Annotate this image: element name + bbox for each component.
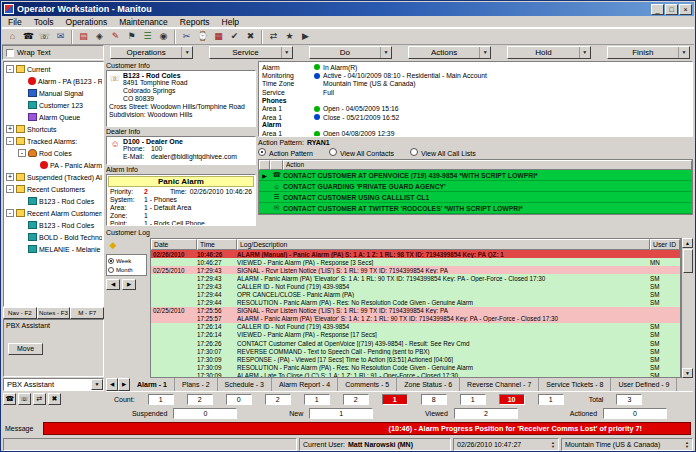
tree-item-tracked-alarms[interactable]: -Tracked Alarms:	[5, 135, 102, 147]
radio-icon[interactable]	[108, 267, 114, 273]
tab-user-defined-9[interactable]: User Defined - 9	[611, 378, 677, 391]
chevron-down-icon[interactable]: ▼	[181, 47, 192, 58]
menu-maintenance[interactable]: Maintenance	[113, 17, 174, 27]
log-row[interactable]: 17:30:09RESPONSE - (PA) - Viewed [17 Sec…	[151, 355, 680, 363]
list-icon[interactable]: ☰	[140, 29, 155, 44]
log-row[interactable]: 17:29:43ALARM - Panic Alarm (PA) 'Elevat…	[151, 274, 680, 282]
hold-button[interactable]: Hold ▼	[507, 46, 590, 59]
tree-expander[interactable]: -	[6, 65, 14, 73]
close-button[interactable]: ×	[679, 4, 692, 15]
week-radio[interactable]: Week	[108, 256, 145, 265]
log-scrollbar[interactable]: ▲ ▼	[681, 238, 693, 378]
log-next-button[interactable]: ▶	[122, 279, 136, 290]
log-row[interactable]: 17:26:26CONTACT Customer Called at OpenV…	[151, 339, 680, 347]
star-icon[interactable]: ★	[282, 29, 297, 44]
description-column-header[interactable]: Log/Description	[237, 239, 650, 250]
pbx-hangup-icon[interactable]: ✖	[48, 393, 61, 405]
tree-item-manual-signal[interactable]: Manual Signal	[5, 87, 102, 99]
tree-item-pa-panic-alarm[interactable]: PA - Panic Alarm	[5, 159, 102, 171]
chevron-down-icon[interactable]: ▼	[281, 47, 292, 58]
tree-expander[interactable]: +	[6, 173, 14, 181]
tree-item-melanie-harvey[interactable]: MELANIE - Melanie Harvey	[5, 243, 102, 255]
spinner-icon[interactable]: ▲▼	[551, 441, 555, 449]
tab-nav-f2[interactable]: Nav - F2	[3, 307, 37, 319]
tab-plans-2[interactable]: Plans - 2	[175, 378, 218, 391]
user-column-header[interactable]: User ID	[650, 239, 680, 250]
action-pattern-radio[interactable]: Action Pattern	[258, 148, 313, 157]
phone-icon[interactable]: ☎	[21, 29, 36, 44]
clock-icon[interactable]: ⌚	[195, 29, 210, 44]
pbx-transfer-icon[interactable]: ⇄	[33, 393, 46, 405]
tree-item-current[interactable]: -Current	[5, 63, 102, 75]
actions-button[interactable]: Actions ▼	[408, 46, 491, 59]
tree-item-bold-technologies[interactable]: BOLD - Bold Technologies L	[5, 231, 102, 243]
action-row[interactable]: ▶☎CONTACT CUSTOMER AT OPENVOICE (719) 43…	[259, 170, 692, 181]
scroll-up-icon[interactable]: ▲	[682, 238, 693, 248]
tree-expander[interactable]: +	[6, 125, 14, 133]
tree-item-recent-customers[interactable]: -Recent Customers	[5, 183, 102, 195]
log-row[interactable]: 10:46:27VIEWED - Panic Alarm (PA) - Resp…	[151, 258, 680, 266]
log-prev-button[interactable]: ◀	[106, 279, 120, 290]
tree-item-recent-alarm-customers[interactable]: -Recent Alarm Customers	[5, 207, 102, 219]
do-button[interactable]: Do ▼	[309, 46, 392, 59]
tree-expander[interactable]: -	[6, 185, 14, 193]
chevron-down-icon[interactable]: ▼	[91, 379, 103, 390]
log-row[interactable]: 17:26:14CALLER ID - Not Found (719) 439-…	[151, 323, 680, 331]
wrap-text-option[interactable]: Wrap Text	[2, 45, 104, 60]
play-icon[interactable]: ▶	[298, 29, 313, 44]
tree-expander[interactable]: -	[18, 149, 26, 157]
menu-file[interactable]: File	[2, 17, 28, 27]
tree-item-b123-rod-coles[interactable]: B123 - Rod Coles	[5, 195, 102, 207]
log-row[interactable]: 17:25:57ALARM - Panic Alarm (PA) 'Elevat…	[151, 315, 680, 323]
lightning-icon[interactable]: ◆	[106, 239, 120, 252]
alarm-status-icon[interactable]: ◈	[92, 29, 107, 44]
pbx-assistant-combobox[interactable]: PBX Assistant ▼	[3, 378, 104, 391]
tree-item-suspended-alarms[interactable]: +Suspended (Tracked) Alarms	[5, 171, 102, 183]
log-row[interactable]: 17:29:44OPR CANCEL/CLOSE - Panic Alarm (…	[151, 290, 680, 298]
wrap-text-checkbox[interactable]	[6, 49, 14, 57]
menu-tools[interactable]: Tools	[28, 17, 60, 27]
cancel-icon[interactable]: ✖	[243, 29, 258, 44]
chevron-down-icon[interactable]: ▼	[380, 47, 391, 58]
tab-reverse-channel-7[interactable]: Reverse Channel - 7	[460, 378, 539, 391]
scrollbar-thumb[interactable]	[683, 249, 693, 273]
operations-button[interactable]: Operations ▼	[110, 46, 193, 59]
transfer-icon[interactable]: ⇄	[266, 29, 281, 44]
tab-alarm-report-4[interactable]: Alarm Report - 4	[272, 378, 338, 391]
spinner-icon[interactable]: ▲▼	[685, 441, 689, 449]
log-row[interactable]: 17:30:09RESOLUTION - Panic Alarm (PA) - …	[151, 363, 680, 371]
ok-icon[interactable]: ✔	[227, 29, 242, 44]
minimize-button[interactable]: _	[651, 4, 664, 15]
tab-alarm-1[interactable]: Alarm - 1	[130, 378, 175, 391]
log-row[interactable]: 17:29:44RESOLUTION - Panic Alarm (PA) - …	[151, 299, 680, 307]
log-row[interactable]: 02/25/201017:29:43SIGNAL - Rcvr Listen N…	[151, 266, 680, 274]
tree-item-b123-rod-coles[interactable]: B123 - Rod Coles	[5, 219, 102, 231]
tab-service-tickets-8[interactable]: Service Tickets - 8	[539, 378, 611, 391]
tree-item-shortcuts[interactable]: +Shortcuts	[5, 123, 102, 135]
menu-operations[interactable]: Operations	[60, 17, 114, 27]
view-all-contacts-radio[interactable]: View All Contacts	[329, 148, 394, 157]
chevron-down-icon[interactable]: ▼	[479, 47, 490, 58]
action-row[interactable]: ☰CONTACT CUSTOMER USING CALLLIST CL1	[259, 192, 692, 203]
radio-icon[interactable]	[258, 148, 266, 156]
flag-icon[interactable]: ⚑	[124, 29, 139, 44]
log-row[interactable]: 17:26:14VIEWED - Panic Alarm (PA) - Resp…	[151, 331, 680, 339]
time-column-header[interactable]: Time	[197, 239, 237, 250]
edit-icon[interactable]: ✎	[108, 29, 123, 44]
view-all-call-lists-radio[interactable]: View All Call Lists	[410, 148, 476, 157]
action-row[interactable]: ✉CONTACT CUSTOMER AT TWITTER 'RODCOLES' …	[259, 203, 692, 214]
menu-help[interactable]: Help	[216, 17, 245, 27]
target-icon[interactable]: ◉	[156, 29, 171, 44]
contacts-icon[interactable]: ☏	[37, 29, 52, 44]
radio-icon[interactable]	[410, 148, 418, 156]
date-column-header[interactable]: Date	[151, 239, 197, 250]
scroll-down-icon[interactable]: ▼	[682, 368, 693, 378]
chevron-down-icon[interactable]: ▼	[678, 47, 689, 58]
finish-button[interactable]: Finish ▼	[607, 46, 690, 59]
tabs-prev-button[interactable]: ◀	[106, 378, 118, 391]
tree-item-rod-coles[interactable]: -Rod Coles	[5, 147, 102, 159]
action-row[interactable]: ☺CONTACT GUARDING 'PRIVATE GUARD AGENCY'	[259, 181, 692, 192]
pbx-dial-icon[interactable]: ☎	[3, 393, 16, 405]
tree-expander[interactable]: -	[6, 137, 14, 145]
tree-item-customer-123[interactable]: Customer 123	[5, 99, 102, 111]
